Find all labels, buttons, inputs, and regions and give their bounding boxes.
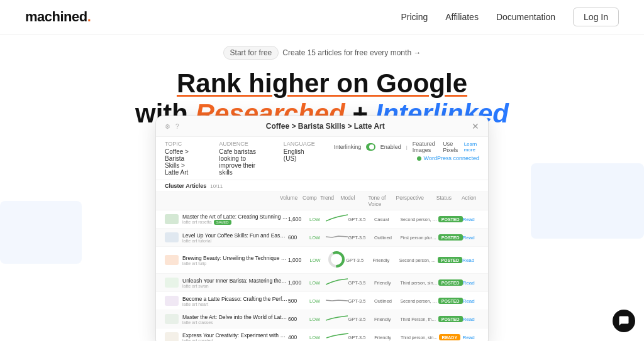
status-badge: POSTED <box>438 316 463 322</box>
status-badge: READY <box>439 334 461 340</box>
status-badge: POSTED <box>438 234 463 241</box>
nav-links: Pricing Affiliates Documentation Log In <box>401 8 619 26</box>
row-content: Level Up Your Coffee Skills: Fun and Eas… <box>182 232 288 243</box>
navbar: machined. Pricing Affiliates Documentati… <box>0 0 644 35</box>
table-row: Become a Latte Picasso: Crafting the Per… <box>156 292 488 310</box>
dash-meta: Topic Coffee > Barista Skills > Latte Ar… <box>156 137 488 180</box>
close-icon[interactable]: ✕ <box>472 121 479 131</box>
table-row: Level Up Your Coffee Skills: Fun and Eas… <box>156 229 488 247</box>
table-header: Volume Comp Trend Model Tone of Voice Pe… <box>156 192 488 210</box>
row-thumbnail <box>165 296 179 306</box>
row-content: Brewing Beauty: Unveiling the Technique … <box>182 255 288 266</box>
learn-more-link[interactable]: Learn more <box>464 141 479 153</box>
nav-affiliates[interactable]: Affiliates <box>445 12 479 22</box>
meta-right: Interlinking Enabled | Featured Images U… <box>334 141 479 176</box>
table-row: Unleash Your Inner Barista: Mastering th… <box>156 274 488 292</box>
banner-cta-link[interactable]: Create 15 articles for free every month … <box>282 48 421 57</box>
chat-icon <box>618 315 630 327</box>
wp-connected-badge: WordPress connected <box>417 155 479 161</box>
banner-tag: Start for free <box>223 46 279 60</box>
interlinking-toggle[interactable] <box>366 143 375 151</box>
saved-badge: SAVED <box>214 220 231 225</box>
article-count: 10/11 <box>210 183 223 189</box>
row-content: Unleash Your Inner Barista: Mastering th… <box>182 278 288 288</box>
settings-icon[interactable]: ⚙ <box>165 123 170 130</box>
table-row: Master the Art of Latte: Creating Stunni… <box>156 210 488 229</box>
row-content: Master the Art of Latte: Creating Stunni… <box>182 214 288 225</box>
read-link[interactable]: Read <box>462 257 479 263</box>
status-badge: POSTED <box>438 298 463 304</box>
cluster-label: Cluster Articles <box>165 183 206 189</box>
dashboard-card: ⚙ ? Coffee > Barista Skills > Latte Art … <box>155 116 489 341</box>
meta-topic: Topic Coffee > Barista Skills > Latte Ar… <box>165 141 200 176</box>
status-badge: POSTED <box>438 279 463 286</box>
read-link[interactable]: Read <box>463 235 479 241</box>
nav-documentation[interactable]: Documentation <box>496 12 555 22</box>
row-thumbnail <box>165 255 179 265</box>
nav-pricing[interactable]: Pricing <box>401 12 428 22</box>
table-row: Express Your Creativity: Experiment with… <box>156 328 488 341</box>
status-badge: POSTED <box>438 216 463 222</box>
logo[interactable]: machined. <box>25 9 91 25</box>
row-content: Express Your Creativity: Experiment with… <box>182 332 288 342</box>
read-link[interactable]: Read <box>462 335 479 340</box>
row-thumbnail <box>165 232 179 242</box>
row-thumbnail <box>165 214 179 224</box>
table-rows: Master the Art of Latte: Creating Stunni… <box>156 210 488 341</box>
row-thumbnail <box>165 278 179 288</box>
donut-chart <box>327 250 346 269</box>
row-thumbnail <box>165 332 179 341</box>
dash-toolbar: Cluster Articles 10/11 <box>156 180 488 192</box>
dash-header: ⚙ ? Coffee > Barista Skills > Latte Art … <box>156 116 488 137</box>
table-row: Master the Art: Delve into the World of … <box>156 310 488 328</box>
wp-status-dot <box>417 156 421 161</box>
table-row: Brewing Beauty: Unveiling the Technique … <box>156 247 488 274</box>
help-icon[interactable]: ? <box>175 123 179 130</box>
read-link[interactable]: Read <box>463 280 479 286</box>
dashboard-preview: ⚙ ? Coffee > Barista Skills > Latte Art … <box>155 116 489 341</box>
dash-title: Coffee > Barista Skills > Latte Art <box>266 122 385 131</box>
read-link[interactable]: Read <box>463 298 479 304</box>
meta-language: Language English (US) <box>284 141 315 176</box>
read-link[interactable]: Read <box>463 217 479 222</box>
login-button[interactable]: Log In <box>573 8 619 26</box>
chat-widget[interactable] <box>613 310 635 332</box>
banner-bar: Start for free Create 15 articles for fr… <box>223 46 421 60</box>
meta-audience: Audience Cafe baristas looking to improv… <box>219 141 265 176</box>
interlinking-toggle-row: Interlinking Enabled | Featured Images U… <box>334 141 479 153</box>
status-badge: POSTED <box>438 257 462 263</box>
read-link[interactable]: Read <box>463 317 479 322</box>
row-content: Master the Art: Delve into the World of … <box>182 314 288 325</box>
row-content: Become a Latte Picasso: Crafting the Per… <box>182 296 288 306</box>
row-thumbnail <box>165 314 179 324</box>
